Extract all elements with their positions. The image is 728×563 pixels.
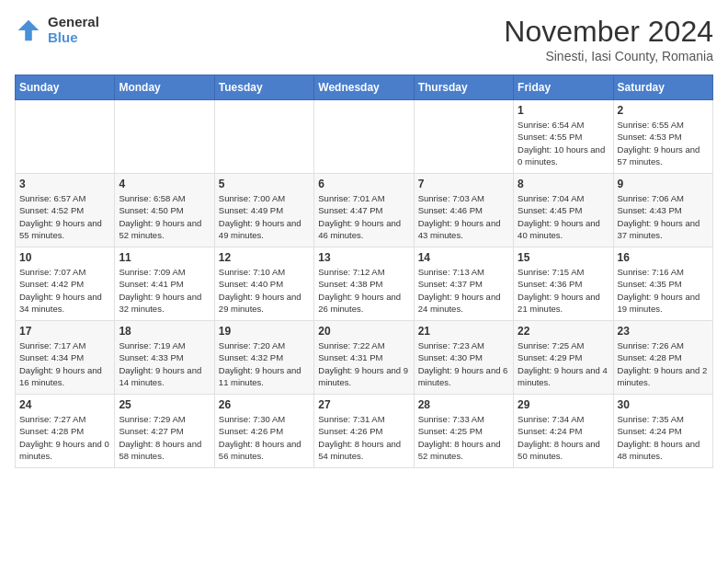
day-number: 5 bbox=[219, 178, 310, 190]
calendar-cell: 11Sunrise: 7:09 AM Sunset: 4:41 PM Dayli… bbox=[115, 247, 214, 321]
day-info: Sunrise: 7:26 AM Sunset: 4:28 PM Dayligh… bbox=[618, 339, 709, 388]
calendar-body: 1Sunrise: 6:54 AM Sunset: 4:55 PM Daylig… bbox=[16, 100, 713, 468]
day-number: 28 bbox=[418, 398, 509, 411]
calendar-cell: 26Sunrise: 7:30 AM Sunset: 4:26 PM Dayli… bbox=[214, 395, 313, 468]
day-number: 9 bbox=[618, 178, 709, 190]
day-info: Sunrise: 6:58 AM Sunset: 4:50 PM Dayligh… bbox=[119, 192, 210, 241]
calendar-cell: 1Sunrise: 6:54 AM Sunset: 4:55 PM Daylig… bbox=[514, 100, 613, 174]
day-number: 22 bbox=[518, 325, 609, 338]
day-info: Sunrise: 7:22 AM Sunset: 4:31 PM Dayligh… bbox=[318, 339, 409, 388]
day-number: 27 bbox=[318, 398, 409, 411]
calendar-cell: 4Sunrise: 6:58 AM Sunset: 4:50 PM Daylig… bbox=[115, 174, 214, 247]
day-number: 4 bbox=[119, 178, 210, 190]
calendar-cell: 7Sunrise: 7:03 AM Sunset: 4:46 PM Daylig… bbox=[414, 174, 513, 247]
day-info: Sunrise: 6:54 AM Sunset: 4:55 PM Dayligh… bbox=[518, 119, 609, 167]
calendar-cell: 29Sunrise: 7:34 AM Sunset: 4:24 PM Dayli… bbox=[514, 395, 613, 468]
day-number: 15 bbox=[518, 251, 609, 264]
page-header: General Blue November 2024 Sinesti, Iasi… bbox=[15, 15, 713, 63]
calendar-week-row: 24Sunrise: 7:27 AM Sunset: 4:28 PM Dayli… bbox=[16, 395, 713, 468]
calendar-cell: 14Sunrise: 7:13 AM Sunset: 4:37 PM Dayli… bbox=[414, 247, 513, 321]
day-info: Sunrise: 7:06 AM Sunset: 4:43 PM Dayligh… bbox=[618, 192, 709, 241]
day-number: 14 bbox=[418, 251, 509, 264]
day-header-wednesday: Wednesday bbox=[314, 75, 414, 100]
day-number: 2 bbox=[618, 104, 709, 117]
location-subtitle: Sinesti, Iasi County, Romania bbox=[504, 49, 713, 63]
calendar-cell: 16Sunrise: 7:16 AM Sunset: 4:35 PM Dayli… bbox=[613, 247, 712, 321]
calendar-cell: 18Sunrise: 7:19 AM Sunset: 4:33 PM Dayli… bbox=[115, 321, 214, 395]
day-header-thursday: Thursday bbox=[414, 75, 513, 100]
day-info: Sunrise: 7:09 AM Sunset: 4:41 PM Dayligh… bbox=[119, 266, 210, 315]
day-info: Sunrise: 7:34 AM Sunset: 4:24 PM Dayligh… bbox=[518, 413, 609, 462]
day-info: Sunrise: 7:00 AM Sunset: 4:49 PM Dayligh… bbox=[219, 192, 310, 241]
day-number: 23 bbox=[618, 325, 709, 338]
day-info: Sunrise: 7:17 AM Sunset: 4:34 PM Dayligh… bbox=[19, 339, 110, 388]
logo-blue: Blue bbox=[48, 30, 99, 46]
calendar-cell: 6Sunrise: 7:01 AM Sunset: 4:47 PM Daylig… bbox=[314, 174, 414, 247]
calendar-cell: 8Sunrise: 7:04 AM Sunset: 4:45 PM Daylig… bbox=[514, 174, 613, 247]
calendar-cell: 15Sunrise: 7:15 AM Sunset: 4:36 PM Dayli… bbox=[514, 247, 613, 321]
day-info: Sunrise: 7:20 AM Sunset: 4:32 PM Dayligh… bbox=[219, 339, 310, 388]
calendar-cell bbox=[214, 100, 313, 174]
day-info: Sunrise: 6:57 AM Sunset: 4:52 PM Dayligh… bbox=[19, 192, 110, 241]
calendar-cell: 12Sunrise: 7:10 AM Sunset: 4:40 PM Dayli… bbox=[214, 247, 313, 321]
calendar-cell: 23Sunrise: 7:26 AM Sunset: 4:28 PM Dayli… bbox=[613, 321, 712, 395]
day-info: Sunrise: 7:25 AM Sunset: 4:29 PM Dayligh… bbox=[518, 339, 609, 388]
day-info: Sunrise: 7:13 AM Sunset: 4:37 PM Dayligh… bbox=[418, 266, 509, 315]
day-header-saturday: Saturday bbox=[613, 75, 712, 100]
calendar-cell: 25Sunrise: 7:29 AM Sunset: 4:27 PM Dayli… bbox=[115, 395, 214, 468]
calendar-week-row: 17Sunrise: 7:17 AM Sunset: 4:34 PM Dayli… bbox=[16, 321, 713, 395]
calendar-cell: 10Sunrise: 7:07 AM Sunset: 4:42 PM Dayli… bbox=[16, 247, 115, 321]
day-number: 10 bbox=[19, 251, 110, 264]
calendar-cell: 5Sunrise: 7:00 AM Sunset: 4:49 PM Daylig… bbox=[214, 174, 313, 247]
day-number: 29 bbox=[518, 398, 609, 411]
day-info: Sunrise: 7:23 AM Sunset: 4:30 PM Dayligh… bbox=[418, 339, 509, 388]
day-info: Sunrise: 7:12 AM Sunset: 4:38 PM Dayligh… bbox=[318, 266, 409, 315]
calendar-cell: 19Sunrise: 7:20 AM Sunset: 4:32 PM Dayli… bbox=[214, 321, 313, 395]
logo-icon bbox=[15, 17, 42, 44]
day-number: 1 bbox=[518, 104, 609, 117]
day-number: 3 bbox=[19, 178, 110, 190]
calendar-cell: 30Sunrise: 7:35 AM Sunset: 4:24 PM Dayli… bbox=[613, 395, 712, 468]
calendar-cell: 3Sunrise: 6:57 AM Sunset: 4:52 PM Daylig… bbox=[16, 174, 115, 247]
day-info: Sunrise: 7:30 AM Sunset: 4:26 PM Dayligh… bbox=[219, 413, 310, 462]
day-info: Sunrise: 7:19 AM Sunset: 4:33 PM Dayligh… bbox=[119, 339, 210, 388]
day-number: 12 bbox=[219, 251, 310, 264]
calendar-week-row: 10Sunrise: 7:07 AM Sunset: 4:42 PM Dayli… bbox=[16, 247, 713, 321]
calendar-cell bbox=[414, 100, 513, 174]
calendar-cell: 13Sunrise: 7:12 AM Sunset: 4:38 PM Dayli… bbox=[314, 247, 414, 321]
day-info: Sunrise: 7:04 AM Sunset: 4:45 PM Dayligh… bbox=[518, 192, 609, 241]
title-area: November 2024 Sinesti, Iasi County, Roma… bbox=[504, 15, 713, 63]
day-number: 7 bbox=[418, 178, 509, 190]
day-number: 11 bbox=[119, 251, 210, 264]
day-number: 18 bbox=[119, 325, 210, 338]
day-number: 26 bbox=[219, 398, 310, 411]
day-number: 13 bbox=[318, 251, 409, 264]
day-info: Sunrise: 6:55 AM Sunset: 4:53 PM Dayligh… bbox=[618, 119, 709, 167]
calendar-cell: 27Sunrise: 7:31 AM Sunset: 4:26 PM Dayli… bbox=[314, 395, 414, 468]
day-number: 25 bbox=[119, 398, 210, 411]
day-number: 30 bbox=[618, 398, 709, 411]
day-info: Sunrise: 7:31 AM Sunset: 4:26 PM Dayligh… bbox=[318, 413, 409, 462]
day-number: 24 bbox=[19, 398, 110, 411]
day-info: Sunrise: 7:33 AM Sunset: 4:25 PM Dayligh… bbox=[418, 413, 509, 462]
logo: General Blue bbox=[15, 15, 99, 45]
calendar-week-row: 1Sunrise: 6:54 AM Sunset: 4:55 PM Daylig… bbox=[16, 100, 713, 174]
calendar-cell: 9Sunrise: 7:06 AM Sunset: 4:43 PM Daylig… bbox=[613, 174, 712, 247]
calendar-header-row: SundayMondayTuesdayWednesdayThursdayFrid… bbox=[16, 75, 713, 100]
calendar-cell bbox=[314, 100, 414, 174]
day-info: Sunrise: 7:10 AM Sunset: 4:40 PM Dayligh… bbox=[219, 266, 310, 315]
calendar-cell: 2Sunrise: 6:55 AM Sunset: 4:53 PM Daylig… bbox=[613, 100, 712, 174]
calendar-cell: 17Sunrise: 7:17 AM Sunset: 4:34 PM Dayli… bbox=[16, 321, 115, 395]
calendar-cell: 21Sunrise: 7:23 AM Sunset: 4:30 PM Dayli… bbox=[414, 321, 513, 395]
calendar-cell bbox=[115, 100, 214, 174]
calendar-cell: 22Sunrise: 7:25 AM Sunset: 4:29 PM Dayli… bbox=[514, 321, 613, 395]
calendar-week-row: 3Sunrise: 6:57 AM Sunset: 4:52 PM Daylig… bbox=[16, 174, 713, 247]
day-number: 8 bbox=[518, 178, 609, 190]
day-info: Sunrise: 7:35 AM Sunset: 4:24 PM Dayligh… bbox=[618, 413, 709, 462]
day-header-tuesday: Tuesday bbox=[214, 75, 313, 100]
day-number: 20 bbox=[318, 325, 409, 338]
day-info: Sunrise: 7:03 AM Sunset: 4:46 PM Dayligh… bbox=[418, 192, 509, 241]
day-info: Sunrise: 7:07 AM Sunset: 4:42 PM Dayligh… bbox=[19, 266, 110, 315]
calendar-cell: 24Sunrise: 7:27 AM Sunset: 4:28 PM Dayli… bbox=[16, 395, 115, 468]
calendar-cell: 28Sunrise: 7:33 AM Sunset: 4:25 PM Dayli… bbox=[414, 395, 513, 468]
